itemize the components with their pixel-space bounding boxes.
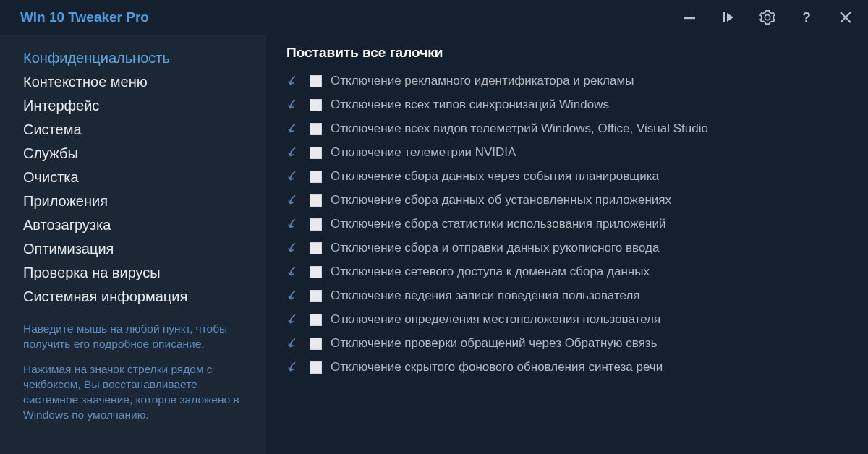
sidebar-item-6[interactable]: Приложения [23,189,250,213]
sidebar-item-7[interactable]: Автозагрузка [23,213,250,237]
tweak-checkbox[interactable] [310,147,322,159]
tweak-label: Отключение ведения записи поведения поль… [331,288,640,303]
tweak-checkbox[interactable] [310,266,322,278]
tweak-row: Отключение сбора статистики использовани… [286,217,854,231]
sidebar-hints: Наведите мышь на любой пункт, чтобы полу… [23,322,250,423]
restore-default-icon[interactable] [286,145,301,160]
sidebar-item-4[interactable]: Службы [23,142,250,166]
tweak-row: Отключение телеметрии NVIDIA [286,145,854,160]
restore-default-icon[interactable] [286,241,301,255]
tweak-checkbox[interactable] [310,99,322,111]
svg-text:?: ? [802,10,811,25]
tweak-label: Отключение сбора статистики использовани… [331,217,666,231]
sidebar-item-5[interactable]: Очистка [23,166,250,189]
nav-list: КонфиденциальностьКонтекстное менюИнтерф… [23,46,250,309]
tweak-label: Отключение сбора и отправки данных рукоп… [331,241,659,255]
tweak-label: Отключение рекламного идентификатора и р… [331,74,634,88]
restore-default-icon[interactable] [286,360,301,374]
window-controls: ? [680,8,855,27]
tweak-checkbox[interactable] [310,123,322,135]
tweak-checkbox[interactable] [310,242,322,254]
tweak-checkbox[interactable] [310,338,322,350]
restore-default-icon[interactable] [286,312,301,327]
tweak-label: Отключение всех типов синхронизаций Wind… [331,98,609,112]
sidebar-item-2[interactable]: Интерфейс [23,94,250,118]
tweak-checkbox[interactable] [310,314,322,326]
close-button[interactable] [836,8,855,27]
tweak-list: Отключение рекламного идентификатора и р… [286,74,854,374]
sidebar-item-3[interactable]: Система [23,118,250,142]
restore-default-icon[interactable] [286,74,301,88]
titlebar: Win 10 Tweaker Pro ? [0,0,868,35]
tweak-label: Отключение телеметрии NVIDIA [331,145,516,160]
sidebar-item-8[interactable]: Оптимизация [23,237,250,261]
tweak-row: Отключение сбора данных об установленных… [286,193,854,207]
tweak-checkbox[interactable] [310,194,322,207]
restore-default-icon[interactable] [286,336,301,351]
restore-default-icon[interactable] [286,288,301,303]
tweak-row: Отключение сетевого доступа к доменам сб… [286,265,854,279]
tweak-row: Отключение всех видов телеметрий Windows… [286,121,854,136]
tweak-checkbox[interactable] [310,361,322,374]
tweak-checkbox[interactable] [310,290,322,302]
tweak-row: Отключение сбора данных через события пл… [286,169,854,184]
restore-default-icon[interactable] [286,193,301,207]
restore-default-icon[interactable] [286,169,301,184]
restore-default-icon[interactable] [286,217,301,231]
help-button[interactable]: ? [797,8,816,27]
sidebar-item-1[interactable]: Контекстное меню [23,70,250,94]
svg-marker-2 [727,13,733,22]
sidebar-item-0[interactable]: Конфиденциальность [23,46,250,70]
app-title: Win 10 Tweaker Pro [20,9,149,25]
select-all-header[interactable]: Поставить все галочки [286,45,854,61]
sidebar-item-10[interactable]: Системная информация [23,285,250,309]
tweak-row: Отключение сбора и отправки данных рукоп… [286,241,854,255]
sidebar-item-9[interactable]: Проверка на вирусы [23,261,250,285]
minimize-button[interactable] [680,8,699,27]
restore-default-icon[interactable] [286,121,301,136]
tweak-label: Отключение проверки обращений через Обра… [331,336,658,351]
tweak-row: Отключение проверки обращений через Обра… [286,336,854,351]
tweak-row: Отключение ведения записи поведения поль… [286,288,854,303]
tweak-label: Отключение скрытого фонового обновления … [331,360,663,374]
play-button[interactable] [719,8,738,27]
tweak-label: Отключение сбора данных об установленных… [331,193,671,207]
tweak-label: Отключение всех видов телеметрий Windows… [331,121,708,136]
tweak-row: Отключение рекламного идентификатора и р… [286,74,854,88]
tweak-row: Отключение скрытого фонового обновления … [286,360,854,374]
restore-default-icon[interactable] [286,265,301,279]
tweak-label: Отключение определения местоположения по… [331,312,660,327]
tweak-row: Отключение определения местоположения по… [286,312,854,327]
sidebar: КонфиденциальностьКонтекстное менюИнтерф… [0,35,266,454]
tweak-row: Отключение всех типов синхронизаций Wind… [286,98,854,112]
body: КонфиденциальностьКонтекстное менюИнтерф… [0,35,868,454]
hint-text-2: Нажимая на значок стрелки рядом с чекбок… [23,362,250,423]
tweak-label: Отключение сбора данных через события пл… [331,169,659,184]
settings-button[interactable] [758,8,777,27]
tweak-label: Отключение сетевого доступа к доменам сб… [331,265,650,279]
restore-default-icon[interactable] [286,98,301,112]
main-panel: Поставить все галочки Отключение рекламн… [266,35,868,454]
tweak-checkbox[interactable] [310,218,322,231]
tweak-checkbox[interactable] [310,171,322,183]
hint-text-1: Наведите мышь на любой пункт, чтобы полу… [23,322,250,352]
tweak-checkbox[interactable] [310,75,322,87]
